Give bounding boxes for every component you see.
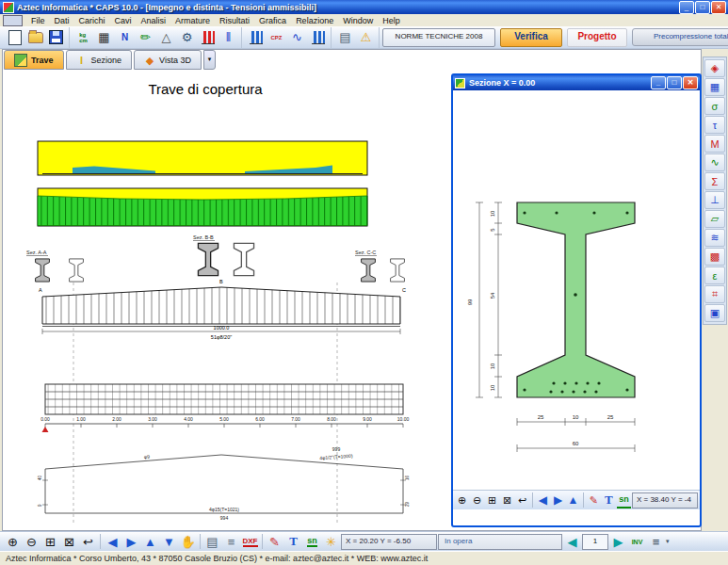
sw-snap-icon[interactable]: sn (617, 492, 631, 508)
tab-sezione[interactable]: I Sezione (66, 50, 133, 70)
sections-columns-icon[interactable]: ⫴ (218, 27, 238, 47)
analysis-chart-icon[interactable] (246, 27, 266, 47)
side-tool-icon-1[interactable]: ◈ (704, 59, 725, 77)
section-maximize-icon[interactable]: □ (667, 76, 682, 89)
units-icon[interactable]: kgcm (73, 27, 93, 47)
diagram-icon[interactable]: ∿ (287, 27, 307, 47)
inv-icon[interactable]: INV (632, 539, 643, 545)
maximize-icon[interactable]: □ (695, 1, 710, 14)
dxf-export-icon[interactable]: DXF (243, 537, 258, 547)
sw-zoom-in-icon[interactable]: ⊕ (455, 492, 469, 508)
side-tool-icon-6[interactable]: ∿ (704, 153, 725, 171)
side-tool-icon-8[interactable]: ⊥ (704, 191, 725, 209)
tab-vista3d[interactable]: ◆ Vista 3D (134, 50, 202, 70)
pan-up-icon[interactable]: ▲ (141, 533, 159, 550)
report-doc-icon[interactable]: ▤ (335, 27, 355, 47)
next-page-icon[interactable]: ▶ (609, 533, 627, 550)
menu-window[interactable]: Window (338, 15, 378, 26)
tendon-pencil-icon[interactable]: ✏ (136, 27, 155, 47)
open-file-icon[interactable] (25, 27, 45, 47)
sw-zoom-window-icon[interactable]: ⊞ (485, 492, 499, 508)
highlight-icon[interactable]: ✳ (322, 533, 340, 550)
menu-relazione[interactable]: Relazione (291, 15, 338, 26)
verifica-button[interactable]: Verifica (500, 28, 562, 47)
side-tool-icon-12[interactable]: ε (704, 266, 725, 284)
side-tool-icon-11[interactable]: ▩ (704, 248, 725, 266)
section-window[interactable]: Sezione X = 0.00 _ □ ✕ (451, 73, 702, 527)
menu-armature[interactable]: Armature (170, 15, 215, 26)
zoom-previous-icon[interactable]: ↩ (79, 533, 97, 550)
menu-cavi[interactable]: Cavi (110, 15, 137, 26)
prev-page-icon[interactable]: ◀ (563, 533, 581, 550)
close-icon[interactable]: ✕ (711, 1, 726, 14)
zoom-in-icon[interactable]: ⊕ (4, 533, 22, 550)
section-window-titlebar[interactable]: Sezione X = 0.00 _ □ ✕ (453, 75, 700, 90)
side-tool-icon-7[interactable]: Σ (704, 172, 725, 190)
new-file-icon[interactable] (5, 27, 24, 47)
norme-tecniche-button[interactable]: NORME TECNICHE 2008 (382, 28, 495, 47)
tabs-overflow-icon[interactable]: ▾ (203, 50, 216, 70)
sw-zoom-previous-icon[interactable]: ↩ (515, 492, 529, 508)
ruler-tick-5: 5.00 (219, 416, 229, 422)
sw-zoom-out-icon[interactable]: ⊖ (470, 492, 484, 508)
side-tool-icon-5[interactable]: M (704, 135, 725, 153)
menu-file[interactable]: File (26, 15, 50, 26)
ruler-tick-8: 8.00 (327, 416, 336, 422)
menu-analisi[interactable]: Analisi (137, 15, 171, 26)
print-preview-icon[interactable]: ▤ (203, 533, 221, 550)
pan-down-icon[interactable]: ▼ (160, 533, 178, 550)
sw-text-tool-icon[interactable]: T (602, 492, 616, 508)
side-tool-icon-2[interactable]: ▦ (704, 78, 725, 96)
document-icon (3, 15, 23, 26)
side-tool-icon-4[interactable]: τ (704, 116, 725, 134)
loads-icon[interactable]: N (115, 27, 135, 47)
minimize-icon[interactable]: _ (679, 1, 694, 14)
page-number[interactable]: 1 (582, 534, 608, 550)
sw-next-section-icon[interactable]: ▶ (551, 492, 565, 508)
side-tool-icon-9[interactable]: ▱ (704, 210, 725, 228)
warning-icon[interactable]: ⚠ (356, 27, 376, 47)
zoom-window-icon[interactable]: ⊞ (41, 533, 59, 550)
pan-left-icon[interactable]: ◀ (104, 533, 121, 550)
menu-carichi[interactable]: Carichi (74, 15, 110, 26)
save-icon[interactable] (46, 27, 66, 47)
print-icon[interactable]: ≡ (222, 533, 240, 550)
settings-gear-icon[interactable]: ⚙ (177, 27, 197, 47)
pan-hand-icon[interactable]: ✋ (179, 533, 197, 550)
section-close-icon[interactable]: ✕ (683, 76, 698, 89)
zoom-out-icon[interactable]: ⊖ (23, 533, 40, 550)
progetto-button[interactable]: Progetto (567, 28, 627, 47)
dim-bottom-mid: 10 (573, 414, 579, 420)
materials-grid-icon[interactable]: ▦ (94, 27, 114, 47)
snap-icon[interactable]: sn (307, 537, 317, 547)
pointer-icon[interactable]: ✎ (266, 533, 283, 550)
beam-drawing: Trave di copertura Sez. A-A Sez. B-B Sez… (5, 55, 447, 530)
cpz-grid-icon[interactable]: CPZ (267, 27, 286, 47)
text-tool-icon[interactable]: T (284, 533, 302, 550)
menu-dati[interactable]: Dati (50, 15, 74, 26)
tab-trave[interactable]: Trave (4, 50, 64, 70)
sw-up-icon[interactable]: ▲ (566, 492, 580, 508)
pan-right-icon[interactable]: ▶ (122, 533, 140, 550)
list-icon[interactable]: ≡ (647, 533, 665, 550)
results-bars-icon[interactable] (198, 27, 218, 47)
bottombar-overflow-icon[interactable]: ▾ (666, 538, 670, 545)
sw-zoom-extents-icon[interactable]: ⊠ (500, 492, 514, 508)
menu-risultati[interactable]: Risultati (215, 15, 254, 26)
side-tool-icon-3[interactable]: σ (704, 97, 725, 115)
envelope-chart-icon[interactable] (308, 27, 328, 47)
sw-prev-section-icon[interactable]: ◀ (536, 492, 550, 508)
mesh-band (45, 384, 403, 414)
zoom-extents-icon[interactable]: ⊠ (60, 533, 78, 550)
menu-grafica[interactable]: Grafica (254, 15, 291, 26)
tendon-top-label3: 4φ1/2"(T=1000) (319, 453, 353, 460)
side-tool-icon-14[interactable]: ▣ (704, 304, 725, 322)
section-view[interactable]: 99 10 5 54 10 10 25 10 25 60 (453, 90, 700, 490)
section-minimize-icon[interactable]: _ (651, 76, 666, 89)
side-tool-icon-10[interactable]: ≋ (704, 229, 725, 247)
side-tool-icon-13[interactable]: ⌗ (704, 285, 725, 303)
precompressione-button[interactable]: Precompressione totale (632, 28, 728, 46)
truss-icon[interactable]: △ (156, 27, 176, 47)
menu-help[interactable]: Help (378, 15, 405, 26)
sw-pointer-icon[interactable]: ✎ (587, 492, 601, 508)
